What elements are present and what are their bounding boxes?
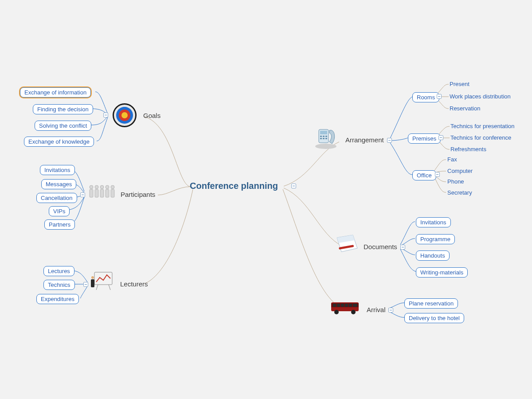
svg-rect-23 xyxy=(320,136,322,137)
svg-point-41 xyxy=(351,310,356,314)
office-item[interactable]: Fax xyxy=(447,156,457,163)
svg-rect-6 xyxy=(90,189,93,197)
premises-item[interactable]: Technics for conference xyxy=(450,134,511,141)
expand-icon[interactable] xyxy=(400,245,405,250)
lecturers-item[interactable]: Technics xyxy=(43,280,75,290)
svg-point-5 xyxy=(90,185,93,189)
svg-rect-12 xyxy=(106,189,109,197)
goals-item[interactable]: Exchange of knowledge xyxy=(24,137,94,147)
svg-point-18 xyxy=(91,276,94,279)
svg-rect-38 xyxy=(349,304,352,307)
svg-rect-34 xyxy=(333,304,336,307)
presentation-icon xyxy=(90,270,117,296)
svg-rect-15 xyxy=(94,272,112,285)
expand-icon[interactable] xyxy=(83,282,88,287)
expand-icon[interactable] xyxy=(437,94,442,99)
phone-icon xyxy=(313,126,339,151)
goals-label[interactable]: Goals xyxy=(143,112,160,119)
lecturers-label[interactable]: Lecturers xyxy=(120,280,148,288)
svg-rect-25 xyxy=(325,136,327,137)
expand-icon[interactable] xyxy=(291,184,296,188)
arrival-label[interactable]: Arrival xyxy=(367,306,386,313)
svg-rect-24 xyxy=(323,136,325,137)
svg-rect-37 xyxy=(345,304,348,307)
premises-item[interactable]: Technics for presentation xyxy=(450,123,515,129)
svg-point-11 xyxy=(106,185,109,189)
svg-rect-27 xyxy=(323,138,325,139)
lecturers-item[interactable]: Expenditures xyxy=(36,294,79,304)
svg-rect-28 xyxy=(325,138,327,139)
premises-item[interactable]: Refreshments xyxy=(450,146,486,153)
svg-rect-26 xyxy=(320,138,322,139)
participants-item[interactable]: Invitations xyxy=(40,165,75,175)
documents-item[interactable]: Writing-materials xyxy=(416,267,468,278)
svg-point-4 xyxy=(121,112,128,118)
expand-icon[interactable] xyxy=(388,308,393,313)
documents-item[interactable]: Invitations xyxy=(416,217,451,227)
goals-item[interactable]: Exchange of information xyxy=(20,87,91,98)
expand-icon[interactable] xyxy=(103,113,108,117)
rooms-item[interactable]: Reservation xyxy=(450,105,480,112)
svg-rect-14 xyxy=(111,189,114,197)
goals-item[interactable]: Solving the conflict xyxy=(35,121,91,131)
root-node[interactable]: Conference planning xyxy=(190,181,278,191)
premises-label[interactable]: Premises xyxy=(408,133,441,144)
participants-label[interactable]: Participants xyxy=(121,191,155,198)
svg-point-40 xyxy=(334,310,339,314)
svg-rect-39 xyxy=(353,304,357,307)
svg-rect-22 xyxy=(320,131,327,134)
rooms-item[interactable]: Present xyxy=(450,81,469,87)
arrival-item[interactable]: Plane reservation xyxy=(404,298,458,309)
svg-rect-19 xyxy=(91,279,94,287)
bus-icon xyxy=(330,300,362,317)
office-item[interactable]: Secretary xyxy=(447,189,472,196)
rooms-label[interactable]: Rooms xyxy=(412,92,439,102)
expand-icon[interactable] xyxy=(387,138,392,143)
documents-label[interactable]: Documents xyxy=(364,243,397,250)
svg-rect-35 xyxy=(337,304,340,307)
documents-item[interactable]: Handouts xyxy=(416,250,450,261)
office-item[interactable]: Computer xyxy=(447,168,473,174)
svg-point-20 xyxy=(315,144,336,149)
target-icon xyxy=(111,102,138,129)
connector-lines xyxy=(0,0,532,399)
svg-point-9 xyxy=(100,185,104,189)
expand-icon[interactable] xyxy=(80,192,85,197)
svg-point-13 xyxy=(111,185,114,189)
office-item[interactable]: Phone xyxy=(447,178,464,185)
svg-line-16 xyxy=(96,285,98,290)
participants-item[interactable]: Messages xyxy=(41,179,76,189)
note-icon xyxy=(335,234,360,255)
participants-item[interactable]: Cancellation xyxy=(36,193,77,203)
participants-item[interactable]: Partners xyxy=(44,219,75,230)
expand-icon[interactable] xyxy=(438,135,443,140)
svg-line-17 xyxy=(109,285,110,290)
rooms-item[interactable]: Work places distribution xyxy=(450,93,511,100)
lecturers-item[interactable]: Lectures xyxy=(43,266,74,276)
svg-rect-10 xyxy=(100,189,104,197)
documents-item[interactable]: Programme xyxy=(416,234,455,244)
participants-item[interactable]: VIPs xyxy=(49,206,70,216)
office-label[interactable]: Office xyxy=(412,170,436,180)
goals-item[interactable]: Finding the decision xyxy=(33,104,93,114)
arrangement-label[interactable]: Arrangement xyxy=(345,136,384,144)
arrival-item[interactable]: Delivery to the hotel xyxy=(404,313,464,323)
expand-icon[interactable] xyxy=(435,172,440,177)
people-icon xyxy=(87,183,116,205)
svg-rect-8 xyxy=(95,189,98,197)
svg-point-7 xyxy=(95,185,98,189)
mindmap-canvas: Conference planning Goals Exchange of in… xyxy=(0,0,532,399)
svg-rect-36 xyxy=(341,304,344,307)
